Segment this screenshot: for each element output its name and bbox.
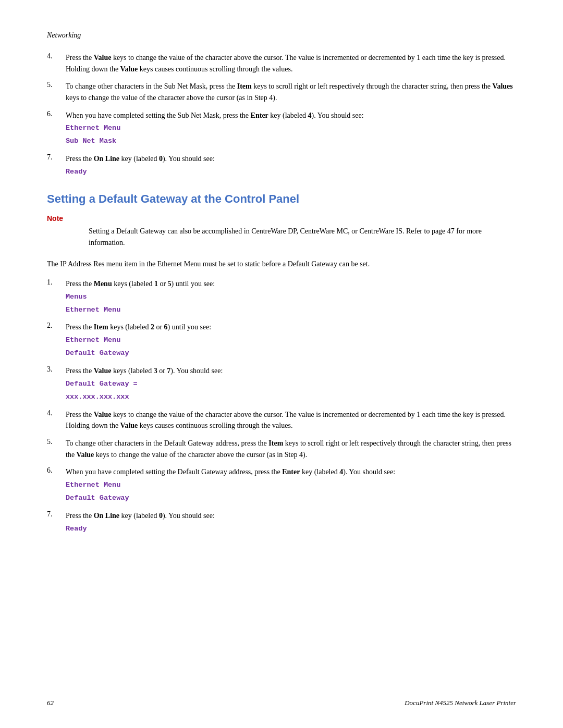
top-list: 4.Press the Value keys to change the val… <box>47 52 516 178</box>
note-label: Note <box>47 214 516 223</box>
list-number: 7. <box>47 510 66 519</box>
list-content: Press the Value keys to change the value… <box>66 409 516 431</box>
list-item: 6.When you have completed setting the Su… <box>47 110 516 147</box>
list-item: 1.Press the Menu keys (labeled 1 or 5) u… <box>47 278 516 316</box>
list-content: When you have completed setting the Defa… <box>66 466 516 504</box>
list-item: 6.When you have completed setting the De… <box>47 466 516 504</box>
list-number: 6. <box>47 466 66 475</box>
list-item: 2.Press the Item keys (labeled 2 or 6) u… <box>47 322 516 359</box>
list-number: 4. <box>47 409 66 417</box>
list-number: 3. <box>47 365 66 374</box>
list-item: 3.Press the Value keys (labeled 3 or 7).… <box>47 365 516 403</box>
list-content: Press the Menu keys (labeled 1 or 5) unt… <box>66 278 516 316</box>
list-item: 4.Press the Value keys to change the val… <box>47 409 516 431</box>
list-content: Press the Value keys (labeled 3 or 7). Y… <box>66 365 516 403</box>
list-content: When you have completed setting the Sub … <box>66 110 516 147</box>
footer: 62 DocuPrint N4525 Network Laser Printer <box>47 699 516 707</box>
list-item: 4.Press the Value keys to change the val… <box>47 52 516 75</box>
list-content: To change other characters in the Sub Ne… <box>66 81 516 103</box>
list-number: 7. <box>47 153 66 162</box>
list-content: Press the Item keys (labeled 2 or 6) unt… <box>66 322 516 359</box>
list-number: 6. <box>47 110 66 118</box>
list-content: To change other characters in the Defaul… <box>66 438 516 460</box>
list-number: 5. <box>47 438 66 446</box>
list-item: 5.To change other characters in the Defa… <box>47 438 516 460</box>
list-number: 4. <box>47 52 66 60</box>
bottom-list: 1.Press the Menu keys (labeled 1 or 5) u… <box>47 278 516 534</box>
list-content: Press the On Line key (labeled 0). You s… <box>66 510 516 535</box>
section-heading: Setting a Default Gateway at the Control… <box>47 192 516 206</box>
list-content: Press the On Line key (labeled 0). You s… <box>66 153 516 178</box>
list-item: 7.Press the On Line key (labeled 0). You… <box>47 153 516 178</box>
section-title: Networking <box>47 31 81 39</box>
list-number: 2. <box>47 322 66 330</box>
list-number: 5. <box>47 81 66 89</box>
page: Networking 4.Press the Value keys to cha… <box>0 0 563 728</box>
section-header: Networking <box>47 31 516 40</box>
page-number: 62 <box>47 699 54 707</box>
list-item: 7.Press the On Line key (labeled 0). You… <box>47 510 516 535</box>
body-paragraph: The IP Address Res menu item in the Ethe… <box>47 258 516 270</box>
list-number: 1. <box>47 278 66 287</box>
note-box: Note Setting a Default Gateway can also … <box>47 214 516 248</box>
list-content: Press the Value keys to change the value… <box>66 52 516 75</box>
list-item: 5.To change other characters in the Sub … <box>47 81 516 103</box>
doc-title: DocuPrint N4525 Network Laser Printer <box>405 699 516 707</box>
note-content: Setting a Default Gateway can also be ac… <box>89 226 516 248</box>
